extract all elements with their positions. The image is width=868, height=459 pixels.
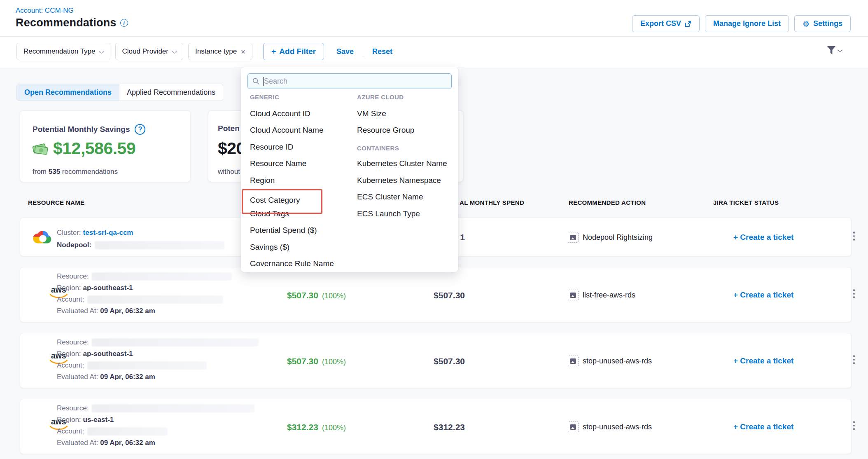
monthly-spend-value: $507.30 <box>399 356 465 366</box>
redacted-resource-value <box>92 338 259 347</box>
tab-applied-recommendations[interactable]: Applied Recommendations <box>119 84 223 101</box>
tab-open-recommendations[interactable]: Open Recommendations <box>17 84 119 101</box>
plus-icon: + <box>271 47 276 56</box>
region-label: Region: <box>57 350 81 358</box>
cost-category-highlight-box <box>242 189 322 214</box>
region-value: ap-southeast-1 <box>83 350 133 358</box>
filter-option-cloud-account-name[interactable]: Cloud Account Name <box>250 126 324 135</box>
filter-option-ecs-launch-type[interactable]: ECS Launch Type <box>357 209 420 218</box>
row-menu-kebab-icon[interactable] <box>850 289 858 298</box>
filter-chip-label: Instance type <box>195 47 237 56</box>
redacted-account-value <box>87 295 223 304</box>
col-header-jira-ticket-status: JIRA TICKET STATUS <box>713 199 779 206</box>
filter-option-savings[interactable]: Savings ($) <box>250 243 289 252</box>
cluster-label: Cluster: <box>57 229 81 237</box>
col-header-resource-name: RESOURCE NAME <box>28 199 84 206</box>
page-title: Recommendations <box>16 16 117 29</box>
filter-option-governance-rule-name[interactable]: Governance Rule Name <box>250 259 334 268</box>
monthly-spend-value: $507.30 <box>399 290 465 300</box>
filter-chip-recommendation-type[interactable]: Recommendation Type <box>16 43 110 60</box>
add-filter-button[interactable]: + Add Filter <box>263 43 324 60</box>
settings-button[interactable]: ⚙ Settings <box>794 15 851 32</box>
nodepool-label: Nodepool: <box>57 241 91 249</box>
row-menu-kebab-icon[interactable] <box>850 421 858 430</box>
recommended-action-text: list-free-aws-rds <box>583 291 635 300</box>
filter-chip-cloud-provider[interactable]: Cloud Provider <box>115 43 183 60</box>
monthly-savings-value: $312.23 <box>287 422 318 432</box>
filter-bar: Recommendation Type Cloud Provider Insta… <box>0 37 868 67</box>
external-link-icon <box>685 21 691 27</box>
recommendation-image-icon <box>568 232 579 243</box>
close-icon[interactable]: × <box>241 48 245 56</box>
recommendations-page: Account: CCM-NG Recommendations i Export… <box>0 0 868 459</box>
create-ticket-link[interactable]: + Create a ticket <box>733 356 793 365</box>
redacted-nodepool-value <box>95 241 224 249</box>
savings-percent: (100%) <box>322 424 346 432</box>
funnel-icon <box>826 46 836 55</box>
spend-card-title-partial: Poten <box>218 124 240 133</box>
table-row[interactable]: aws Resource: Region:ap-southeast-1 Acco… <box>20 333 852 388</box>
chevron-down-icon <box>838 47 842 52</box>
redacted-account-value <box>87 427 168 436</box>
filter-option-resource-group[interactable]: Resource Group <box>357 126 414 135</box>
savings-subtext: from 535 recommendations <box>33 168 118 176</box>
evaluated-at-value: 09 Apr, 06:32 am <box>100 307 155 315</box>
create-ticket-link[interactable]: + Create a ticket <box>733 233 793 242</box>
filter-chip-instance-type[interactable]: Instance type × <box>188 43 252 60</box>
manage-ignore-list-button[interactable]: Manage Ignore List <box>705 15 789 32</box>
money-icon <box>32 142 49 156</box>
section-generic: GENERIC <box>250 94 279 101</box>
redacted-resource-value <box>92 272 232 281</box>
recommended-action-text: stop-unused-aws-rds <box>583 357 652 365</box>
table-row[interactable]: aws Resource: Region:us-east-1 Account: … <box>20 399 852 454</box>
create-ticket-link[interactable]: + Create a ticket <box>733 422 793 431</box>
region-value: ap-southeast-1 <box>83 284 133 292</box>
chevron-down-icon <box>172 48 177 54</box>
create-ticket-link[interactable]: + Create a ticket <box>733 290 793 300</box>
table-row[interactable]: aws Resource: Region:ap-southeast-1 Acco… <box>20 267 852 322</box>
savings-card-title: Potential Monthly Savings <box>33 125 130 134</box>
manage-ignore-list-label: Manage Ignore List <box>713 19 781 28</box>
save-filter-link[interactable]: Save <box>336 47 354 56</box>
region-label: Region: <box>57 284 81 292</box>
filter-option-kubernetes-namespace[interactable]: Kubernetes Namespace <box>357 176 441 185</box>
gcp-icon <box>33 229 53 246</box>
search-icon <box>252 77 259 85</box>
monthly-spend-value: $312.23 <box>399 422 465 432</box>
evaluated-at-value: 09 Apr, 06:32 am <box>100 439 155 447</box>
filter-panel-toggle[interactable] <box>826 46 842 55</box>
filter-search-box[interactable] <box>247 73 452 89</box>
resource-label: Resource: <box>57 272 89 281</box>
filter-option-resource-name[interactable]: Resource Name <box>250 159 306 168</box>
help-icon[interactable]: ? <box>135 124 145 135</box>
account-breadcrumb-link[interactable]: Account: CCM-NG <box>16 7 74 15</box>
filter-search-input[interactable] <box>264 77 447 86</box>
filter-option-potential-spend[interactable]: Potential Spend ($) <box>250 226 317 235</box>
filter-option-kubernetes-cluster-name[interactable]: Kubernetes Cluster Name <box>357 159 447 168</box>
resource-label: Resource: <box>57 338 89 347</box>
filter-option-ecs-cluster-name[interactable]: ECS Cluster Name <box>357 192 423 201</box>
recommendation-image-icon <box>568 356 579 366</box>
savings-percent: (100%) <box>322 358 346 366</box>
filter-chip-label: Recommendation Type <box>23 47 96 56</box>
gear-icon: ⚙ <box>803 19 810 28</box>
recommendation-image-icon <box>568 290 579 300</box>
filter-option-vm-size[interactable]: VM Size <box>357 109 386 118</box>
recommended-action-text: Nodepool Rightsizing <box>583 233 653 242</box>
row-menu-kebab-icon[interactable] <box>850 355 858 364</box>
recommendation-count: 535 <box>49 168 60 176</box>
filter-option-region[interactable]: Region <box>250 176 275 185</box>
info-icon[interactable]: i <box>120 19 128 27</box>
reset-filter-link[interactable]: Reset <box>372 47 392 56</box>
settings-label: Settings <box>813 19 842 28</box>
savings-amount: $12,586.59 <box>53 139 135 158</box>
row-menu-kebab-icon[interactable] <box>850 232 858 241</box>
add-filter-dropdown: GENERIC Cloud Account ID Cloud Account N… <box>241 67 458 272</box>
recommended-action-text: stop-unused-aws-rds <box>583 423 652 431</box>
section-azure-cloud: AZURE CLOUD <box>357 94 404 101</box>
filter-option-resource-id[interactable]: Resource ID <box>250 143 294 152</box>
filter-option-cloud-account-id[interactable]: Cloud Account ID <box>250 109 310 118</box>
cluster-name-link[interactable]: test-sri-qa-ccm <box>83 229 133 237</box>
savings-sub-prefix: from <box>33 168 47 176</box>
export-csv-button[interactable]: Export CSV <box>632 15 700 32</box>
